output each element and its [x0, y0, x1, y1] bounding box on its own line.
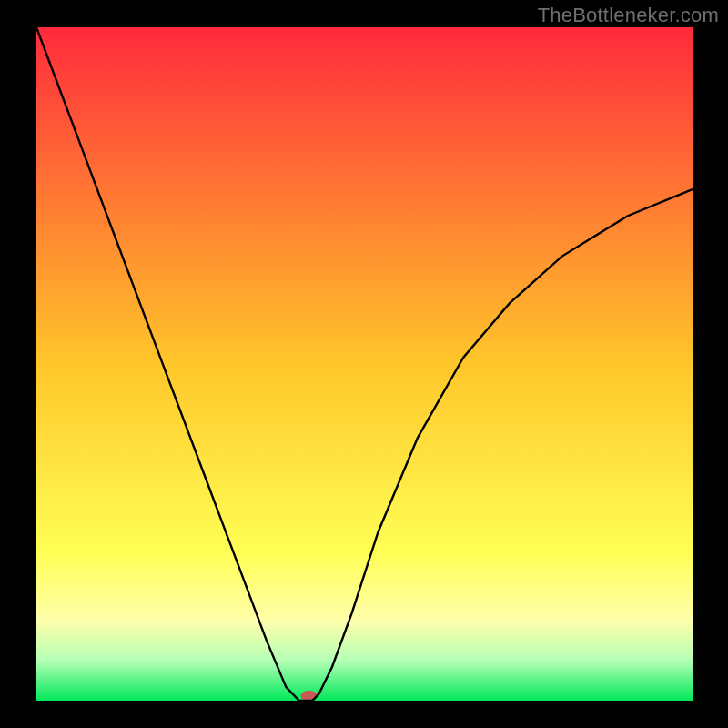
attribution-text: TheBottleneker.com	[538, 4, 719, 27]
bottleneck-chart	[0, 0, 728, 728]
plot-background	[36, 27, 693, 701]
chart-frame: { "attribution": "TheBottleneker.com", "…	[0, 0, 728, 728]
